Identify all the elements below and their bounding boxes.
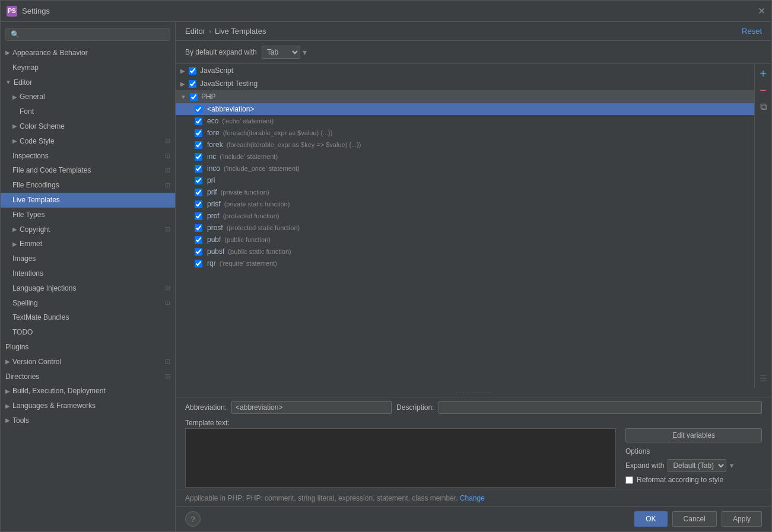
template-row-pubsf[interactable]: pubsf (public static function)	[176, 246, 754, 257]
copy-icon: ⊡	[165, 181, 170, 190]
template-row-pubf[interactable]: pubf (public function)	[176, 234, 754, 246]
expand-with-select[interactable]: Tab Enter Space	[262, 46, 300, 59]
add-template-button[interactable]: +	[756, 66, 770, 81]
help-button[interactable]: ?	[185, 511, 201, 527]
sidebar-item-emmet[interactable]: ▶ Emmet	[1, 237, 175, 251]
reformat-checkbox[interactable]	[625, 476, 633, 484]
app-icon: PS	[7, 6, 17, 17]
expand-dropdown-arrow: ▾	[730, 461, 733, 470]
template-row-inc[interactable]: inc ('include' statement)	[176, 151, 754, 163]
sidebar-item-live-templates[interactable]: Live Templates	[1, 193, 175, 208]
template-checkbox[interactable]	[195, 177, 202, 184]
description-input[interactable]	[439, 401, 762, 414]
expand-with-row: Expand with Default (Tab) Tab Enter Spac…	[625, 459, 762, 472]
close-button[interactable]: ✕	[758, 5, 765, 17]
sidebar-item-tools[interactable]: ▶ Tools	[1, 413, 175, 428]
remove-template-button[interactable]: −	[756, 83, 770, 97]
titlebar: PS Settings ✕	[1, 1, 771, 22]
breadcrumb-arrow: ›	[209, 27, 211, 36]
sidebar-item-inspections[interactable]: Inspections ⊡	[1, 149, 175, 164]
template-row-pri[interactable]: pri	[176, 174, 754, 186]
template-row-prif[interactable]: prif (private function)	[176, 186, 754, 198]
group-row-javascript-testing[interactable]: ▶ JavaScript Testing	[176, 77, 754, 90]
template-row-abbreviation[interactable]: <abbreviation>	[176, 103, 754, 115]
sidebar-item-code-style[interactable]: ▶ Code Style ⊡	[1, 134, 175, 149]
sidebar-item-file-encodings[interactable]: File Encodings ⊡	[1, 178, 175, 193]
template-checkbox[interactable]	[195, 117, 202, 125]
template-checkbox[interactable]	[195, 212, 202, 220]
template-checkbox[interactable]	[195, 153, 202, 161]
collapse-icon: ▶	[180, 81, 185, 87]
copy-icon: ⊡	[165, 298, 170, 307]
sidebar-item-textmate[interactable]: TextMate Bundles	[1, 310, 175, 325]
template-row-prisf[interactable]: prisf (private static function)	[176, 198, 754, 210]
template-desc: (protected function)	[223, 212, 279, 219]
template-row-eco[interactable]: eco ('echo' statement)	[176, 115, 754, 127]
sidebar-item-images[interactable]: Images	[1, 251, 175, 266]
group-row-php[interactable]: ▼ PHP	[176, 90, 754, 103]
search-input[interactable]	[5, 28, 170, 41]
sidebar-item-label: Images	[12, 254, 36, 264]
template-row-forek[interactable]: forek (foreach(iterable_expr as $key => …	[176, 139, 754, 151]
expand-with-label: Expand with	[625, 461, 664, 470]
template-row-fore[interactable]: fore (foreach(iterable_expr as $value) {…	[176, 127, 754, 139]
sidebar-item-file-types[interactable]: File Types	[1, 208, 175, 222]
sidebar-item-copyright[interactable]: ▶ Copyright ⊡	[1, 222, 175, 237]
sidebar-item-build-execution[interactable]: ▶ Build, Execution, Deployment	[1, 384, 175, 399]
apply-button[interactable]: Apply	[722, 511, 762, 527]
sidebar-item-general[interactable]: ▶ General	[1, 90, 175, 104]
group-checkbox-php[interactable]	[190, 93, 198, 101]
sidebar-item-font[interactable]: Font	[1, 104, 175, 119]
template-row-prof[interactable]: prof (protected function)	[176, 210, 754, 222]
group-checkbox-javascript[interactable]	[189, 67, 196, 75]
sidebar-item-color-scheme[interactable]: ▶ Color Scheme	[1, 119, 175, 134]
template-checkbox[interactable]	[195, 189, 202, 196]
template-checkbox[interactable]	[195, 129, 202, 137]
template-desc: (foreach(iterable_expr as $key => $value…	[227, 141, 361, 148]
scroll-up-button[interactable]: ☰	[756, 371, 770, 386]
sidebar-item-keymap[interactable]: Keymap	[1, 60, 175, 75]
template-checkbox[interactable]	[195, 236, 202, 244]
group-row-javascript[interactable]: ▶ JavaScript	[176, 64, 754, 77]
template-desc: (public static function)	[228, 248, 291, 255]
applicable-change-link[interactable]: Change	[460, 494, 485, 502]
sidebar-item-plugins[interactable]: Plugins	[1, 340, 175, 355]
edit-variables-button[interactable]: Edit variables	[625, 428, 762, 442]
template-text-area[interactable]	[185, 428, 616, 488]
splitter-handle[interactable]: · · · · · · · · · · ·	[176, 388, 771, 397]
sidebar-item-todo[interactable]: TODO	[1, 325, 175, 340]
sidebar-item-language-injections[interactable]: Language Injections ⊡	[1, 281, 175, 296]
sidebar-item-label: Build, Execution, Deployment	[12, 386, 106, 396]
sidebar-item-version-control[interactable]: ▶ Version Control ⊡	[1, 355, 175, 369]
copy-template-button[interactable]: ⧉	[756, 100, 770, 114]
template-desc: ('require' statement)	[220, 260, 277, 267]
reset-button[interactable]: Reset	[742, 27, 762, 36]
copy-icon: ⊡	[165, 357, 170, 366]
template-row-inco[interactable]: inco ('include_once' statement)	[176, 163, 754, 174]
expand-with-options-select[interactable]: Default (Tab) Tab Enter Space	[668, 459, 726, 472]
sidebar-item-languages-frameworks[interactable]: ▶ Languages & Frameworks	[1, 399, 175, 413]
ok-button[interactable]: OK	[634, 511, 667, 527]
arrow-icon: ▶	[5, 358, 10, 366]
template-checkbox[interactable]	[195, 106, 202, 113]
cancel-button[interactable]: Cancel	[672, 511, 717, 527]
template-checkbox[interactable]	[195, 224, 202, 232]
sidebar-item-appearance[interactable]: ▶ Appearance & Behavior	[1, 46, 175, 60]
sidebar-item-file-code-templates[interactable]: File and Code Templates ⊡	[1, 163, 175, 178]
sidebar-item-label: Version Control	[12, 357, 61, 367]
sidebar-item-editor[interactable]: ▼ Editor	[1, 75, 175, 90]
template-row-prosf[interactable]: prosf (protected static function)	[176, 222, 754, 234]
template-checkbox[interactable]	[195, 141, 202, 149]
sidebar-item-intentions[interactable]: Intentions	[1, 266, 175, 281]
sidebar-item-spelling[interactable]: Spelling ⊡	[1, 296, 175, 311]
abbreviation-input[interactable]	[231, 401, 392, 414]
template-desc: (private function)	[221, 189, 269, 196]
template-row-rqr[interactable]: rqr ('require' statement)	[176, 257, 754, 269]
template-checkbox[interactable]	[195, 200, 202, 208]
template-checkbox[interactable]	[195, 260, 202, 267]
template-checkbox[interactable]	[195, 248, 202, 256]
template-desc: (protected static function)	[227, 224, 300, 231]
template-checkbox[interactable]	[195, 165, 202, 173]
group-checkbox-javascript-testing[interactable]	[189, 80, 196, 88]
sidebar-item-directories[interactable]: Directories ⊡	[1, 369, 175, 384]
